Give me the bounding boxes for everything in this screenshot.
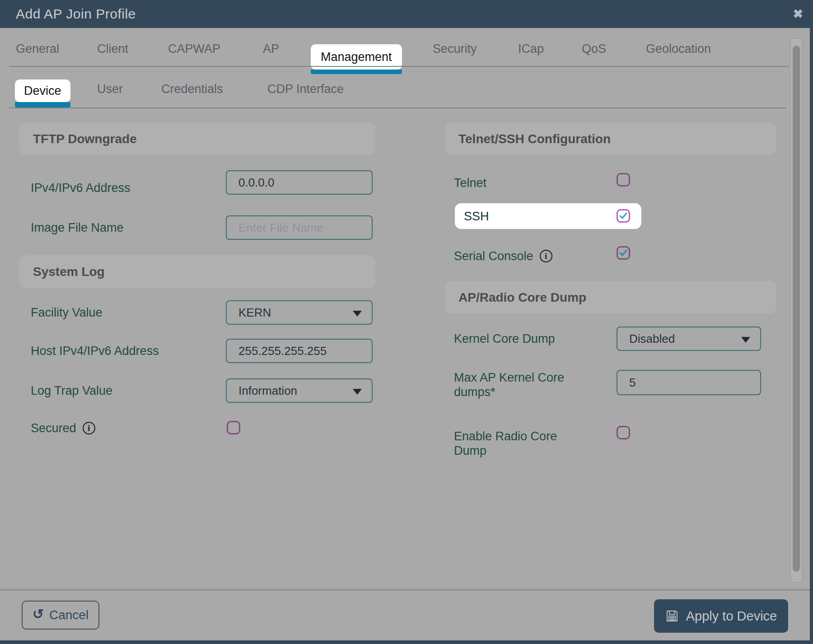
ipv4-address-input[interactable] (226, 170, 373, 195)
kernel-core-dump-select[interactable]: Disabled (617, 327, 761, 351)
chevron-down-icon (353, 311, 362, 317)
subtab-divider (9, 107, 786, 108)
ipv4-address-label: IPv4/IPv6 Address (31, 176, 131, 200)
log-trap-value-label: Log Trap Value (31, 378, 112, 403)
footer-divider (0, 589, 810, 590)
tab-capwap[interactable]: CAPWAP (168, 32, 220, 66)
facility-value-label: Facility Value (31, 300, 103, 325)
kernel-core-dump-selected: Disabled (629, 332, 675, 346)
dialog-body-panel: General Client CAPWAP AP Management Secu… (0, 28, 810, 640)
undo-icon: ↺ (33, 607, 44, 621)
subtab-credentials[interactable]: Credentials (161, 73, 223, 105)
section-header-core-dump: AP/Radio Core Dump (445, 281, 776, 314)
section-title: TFTP Downgrade (33, 132, 137, 146)
ssh-label: SSH (464, 209, 489, 223)
image-file-name-label: Image File Name (31, 215, 124, 240)
subtab-user[interactable]: User (97, 73, 123, 105)
tab-bar: General Client CAPWAP AP Management Secu… (0, 32, 810, 70)
host-address-label: Host IPv4/IPv6 Address (31, 339, 159, 363)
section-header-telnet-ssh: Telnet/SSH Configuration (445, 122, 776, 155)
host-address-input[interactable] (226, 339, 373, 363)
apply-button-label: Apply to Device (686, 609, 777, 624)
dialog-title: Add AP Join Profile (16, 6, 136, 22)
save-icon (665, 609, 679, 623)
telnet-checkbox[interactable] (617, 173, 630, 187)
facility-value-select[interactable]: KERN (226, 300, 373, 325)
ssh-checkbox[interactable] (617, 209, 630, 223)
scrollbar-thumb[interactable] (793, 46, 800, 572)
facility-value-selected: KERN (238, 306, 271, 320)
cancel-button[interactable]: ↺ Cancel (22, 601, 99, 630)
tab-icap[interactable]: ICap (518, 32, 544, 66)
modal-bottom-edge (0, 640, 813, 644)
section-title: Telnet/SSH Configuration (458, 132, 611, 146)
image-file-name-input[interactable] (226, 215, 373, 240)
section-title: System Log (33, 265, 105, 279)
cancel-button-label: Cancel (49, 608, 89, 622)
enable-radio-core-dump-label: Enable Radio Core Dump (454, 429, 589, 458)
chevron-down-icon (741, 337, 750, 343)
subtab-device[interactable]: Device (15, 79, 70, 102)
secured-label-text: Secured (31, 421, 76, 435)
tab-security[interactable]: Security (433, 32, 477, 66)
tab-ap[interactable]: AP (263, 32, 279, 66)
tab-general[interactable]: General (16, 32, 59, 66)
tab-geolocation[interactable]: Geolocation (646, 32, 711, 66)
add-ap-join-profile-dialog: Add AP Join Profile ✖ General Client CAP… (0, 0, 813, 644)
enable-radio-core-dump-checkbox[interactable] (617, 426, 630, 439)
info-icon[interactable]: i (540, 250, 552, 262)
section-header-tftp-downgrade: TFTP Downgrade (19, 122, 375, 155)
close-icon[interactable]: ✖ (793, 8, 803, 20)
apply-to-device-button[interactable]: Apply to Device (654, 599, 788, 633)
scrollbar-track[interactable] (790, 38, 802, 583)
subtab-cdp-interface[interactable]: CDP Interface (267, 73, 344, 105)
log-trap-value-select[interactable]: Information (226, 378, 373, 403)
secured-checkbox[interactable] (227, 421, 240, 434)
subtab-bar: Device User Credentials CDP Interface (0, 73, 810, 108)
section-title: AP/Radio Core Dump (458, 290, 586, 305)
tab-client[interactable]: Client (97, 32, 128, 66)
max-kernel-dumps-input[interactable] (617, 370, 761, 395)
serial-console-checkbox[interactable] (617, 246, 630, 260)
log-trap-selected: Information (238, 384, 297, 398)
tab-qos[interactable]: QoS (582, 32, 606, 66)
section-header-system-log: System Log (19, 255, 375, 288)
dialog-titlebar: Add AP Join Profile ✖ (0, 0, 813, 28)
tab-divider (9, 66, 789, 67)
serial-console-label: Serial Console i (454, 248, 552, 264)
kernel-core-dump-label: Kernel Core Dump (454, 327, 555, 351)
chevron-down-icon (353, 389, 362, 395)
secured-label: Secured i (31, 420, 95, 436)
ssh-row-highlight: SSH (455, 203, 641, 229)
telnet-label: Telnet (454, 171, 486, 195)
max-kernel-dumps-label: Max AP Kernel Core dumps* (454, 370, 589, 400)
serial-console-label-text: Serial Console (454, 249, 533, 263)
info-icon[interactable]: i (83, 422, 95, 434)
